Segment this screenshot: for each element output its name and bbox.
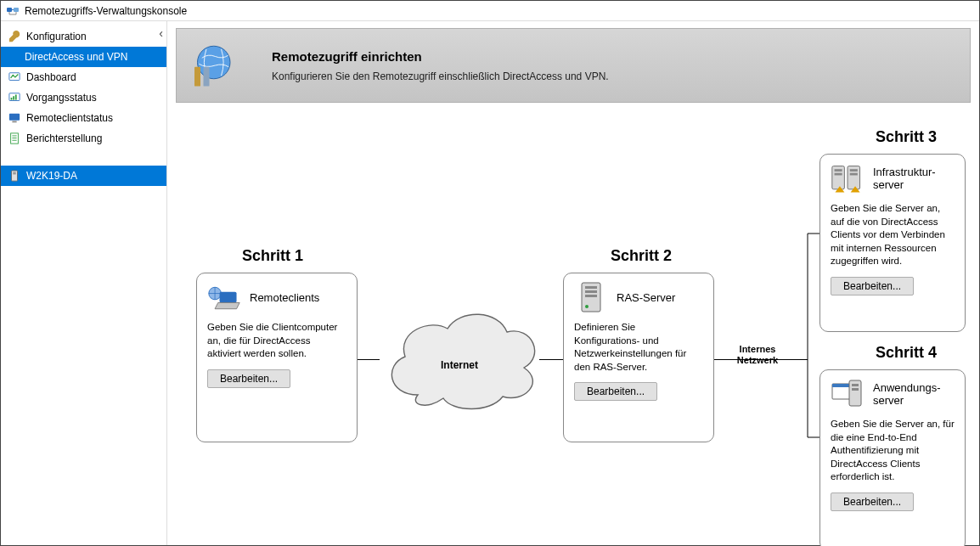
step3-title: Infrastruktur- server — [873, 166, 936, 192]
application-server-icon — [831, 380, 865, 409]
nav-item-directaccess-vpn[interactable]: DirectAccess und VPN — [1, 47, 166, 67]
wrench-icon — [8, 30, 21, 43]
svg-rect-24 — [585, 286, 597, 289]
header-band: Remotezugriff einrichten Konfigurieren S… — [176, 28, 971, 103]
sidebar: ‹ Konfiguration DirectAccess und VPN Das… — [1, 21, 167, 545]
svg-rect-5 — [13, 96, 14, 99]
svg-point-27 — [585, 305, 589, 308]
svg-rect-30 — [835, 169, 842, 172]
step4-edit-button[interactable]: Bearbeiten... — [831, 493, 914, 511]
step4-title: Anwendungs- server — [873, 382, 941, 408]
globe-icon — [187, 40, 238, 91]
monitor-icon — [8, 111, 21, 125]
svg-rect-0 — [7, 8, 12, 12]
step4-card: Anwendungs- server Geben Sie die Server … — [819, 369, 966, 546]
nav-item-remoteclientstatus[interactable]: Remoteclientstatus — [1, 108, 166, 128]
nav-label: Berichterstellung — [26, 132, 102, 144]
svg-rect-18 — [194, 67, 200, 87]
step2-card: RAS-Server Definieren Sie Konfigurations… — [563, 273, 714, 442]
step2-title: RAS-Server — [617, 292, 675, 305]
step1-heading: Schritt 1 — [222, 247, 324, 265]
nav-item-berichterstellung[interactable]: Berichterstellung — [1, 128, 166, 149]
step2-description: Definieren Sie Konfigurations- und Netzw… — [574, 321, 703, 374]
svg-rect-21 — [220, 292, 237, 303]
svg-rect-15 — [13, 173, 16, 174]
body: ‹ Konfiguration DirectAccess und VPN Das… — [1, 21, 979, 545]
svg-rect-40 — [852, 388, 859, 391]
status-icon — [8, 91, 21, 104]
step4-heading: Schritt 4 — [855, 344, 957, 362]
server-icon — [8, 169, 21, 183]
network-label-line2: Netzwerk — [737, 355, 778, 365]
network-label: Internes Netzwerk — [728, 344, 787, 366]
client-icon — [207, 284, 241, 312]
step1-card: Remoteclients Geben Sie die Clientcomput… — [196, 273, 358, 442]
svg-rect-12 — [12, 140, 16, 141]
step3-card: Infrastruktur- server Geben Sie die Serv… — [819, 154, 966, 332]
svg-rect-4 — [11, 98, 13, 100]
svg-rect-32 — [835, 173, 842, 176]
nav-item-server[interactable]: W2K19-DA — [1, 166, 166, 186]
infrastructure-server-icon — [831, 165, 865, 194]
nav-label: Remoteclientstatus — [26, 112, 113, 124]
content: Remotezugriff einrichten Konfigurieren S… — [167, 21, 979, 545]
svg-rect-6 — [15, 95, 17, 100]
svg-rect-14 — [13, 172, 16, 173]
step3-description: Geben Sie die Server an, auf die von Dir… — [831, 202, 955, 268]
svg-rect-33 — [850, 173, 858, 176]
window-title: Remotezugriffs-Verwaltungskonsole — [25, 5, 187, 17]
window: Remotezugriffs-Verwaltungskonsole ‹ Konf… — [0, 0, 980, 546]
svg-rect-39 — [852, 384, 859, 386]
titlebar: Remotezugriffs-Verwaltungskonsole — [1, 1, 979, 21]
svg-rect-1 — [14, 8, 19, 12]
diagram: Internes Netzwerk Internet Schritt 1 — [176, 106, 971, 540]
step3-heading: Schritt 3 — [855, 128, 957, 146]
sidebar-collapse-toggle[interactable]: ‹ — [159, 26, 163, 40]
svg-rect-7 — [9, 114, 20, 121]
step1-description: Geben Sie die Clientcomputer an, die für… — [207, 321, 346, 361]
svg-rect-25 — [585, 290, 597, 293]
nav-label: W2K19-DA — [26, 170, 77, 182]
step2-heading: Schritt 2 — [590, 247, 692, 265]
step4-description: Geben Sie die Server an, für die eine En… — [831, 418, 955, 484]
nav-item-vorgangsstatus[interactable]: Vorgangsstatus — [1, 87, 166, 108]
nav-label: DirectAccess und VPN — [25, 51, 127, 63]
svg-rect-8 — [12, 121, 16, 123]
nav-item-konfiguration[interactable]: Konfiguration — [1, 26, 166, 47]
dashboard-icon — [8, 70, 21, 84]
svg-marker-22 — [215, 302, 239, 308]
header-description: Konfigurieren Sie den Remotezugriff eins… — [272, 70, 609, 82]
svg-rect-26 — [585, 295, 597, 297]
nav-label: Konfiguration — [26, 31, 87, 42]
svg-rect-10 — [12, 136, 16, 137]
svg-rect-11 — [12, 138, 16, 138]
ras-server-icon — [574, 284, 608, 312]
nav-label: Vorgangsstatus — [26, 92, 97, 104]
cloud-label-text: Internet — [380, 359, 539, 371]
step3-edit-button[interactable]: Bearbeiten... — [831, 277, 914, 296]
app-icon — [6, 4, 20, 18]
header-title: Remotezugriff einrichten — [272, 49, 609, 64]
step2-edit-button[interactable]: Bearbeiten... — [574, 382, 657, 401]
network-label-line1: Internes — [740, 344, 776, 354]
step1-edit-button[interactable]: Bearbeiten... — [207, 369, 290, 388]
nav-label: Dashboard — [26, 71, 76, 83]
svg-rect-31 — [850, 169, 858, 172]
header-text: Remotezugriff einrichten Konfigurieren S… — [272, 49, 609, 82]
nav-item-dashboard[interactable]: Dashboard — [1, 67, 166, 87]
step1-title: Remoteclients — [250, 292, 319, 305]
svg-rect-19 — [204, 67, 210, 87]
report-icon — [8, 132, 21, 145]
